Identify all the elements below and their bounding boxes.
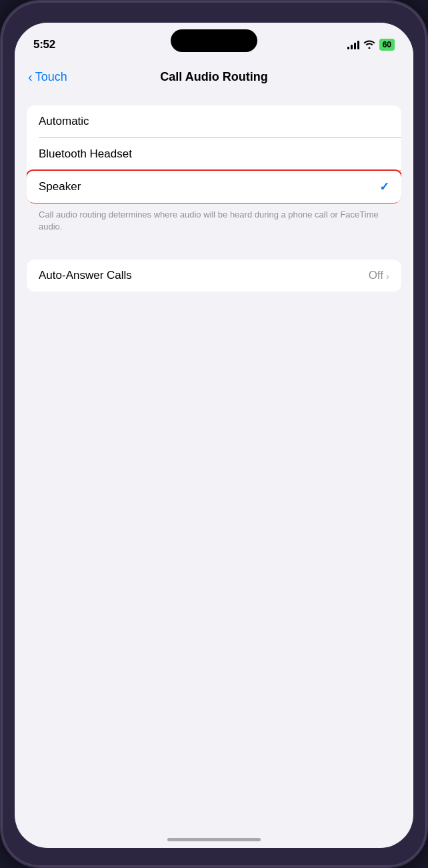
selected-indicator-border — [27, 169, 401, 203]
status-bar: 5:52 60 — [15, 23, 413, 59]
content-area: Automatic Bluetooth Headset Speaker ✓ Ca… — [15, 95, 413, 848]
nav-bar: ‹ Touch Call Audio Routing — [15, 59, 413, 95]
dynamic-island — [171, 29, 257, 52]
status-time: 5:52 — [33, 38, 55, 51]
routing-description: Call audio routing determines where audi… — [27, 203, 401, 241]
auto-answer-value: Off — [369, 269, 383, 282]
auto-answer-item[interactable]: Auto-Answer Calls Off › — [27, 260, 401, 292]
auto-answer-group: Auto-Answer Calls Off › — [27, 260, 401, 292]
chevron-right-icon: › — [386, 270, 389, 282]
automatic-label: Automatic — [39, 115, 89, 128]
routing-option-speaker[interactable]: Speaker ✓ — [27, 170, 401, 203]
auto-answer-label: Auto-Answer Calls — [39, 269, 132, 282]
bluetooth-label: Bluetooth Headset — [39, 147, 132, 161]
signal-icon — [347, 40, 359, 49]
volume-up-button[interactable] — [0, 195, 1, 248]
home-indicator[interactable] — [167, 838, 261, 841]
status-icons: 60 — [347, 39, 395, 51]
back-button[interactable]: ‹ Touch — [28, 70, 67, 84]
volume-down-button[interactable] — [0, 262, 1, 315]
speaker-label: Speaker — [39, 180, 81, 193]
routing-options-group: Automatic Bluetooth Headset Speaker ✓ — [27, 105, 401, 203]
back-chevron-icon: ‹ — [28, 70, 33, 83]
back-label: Touch — [35, 70, 67, 84]
routing-option-bluetooth[interactable]: Bluetooth Headset — [27, 138, 401, 170]
routing-option-automatic[interactable]: Automatic — [27, 105, 401, 137]
auto-answer-value-group: Off › — [369, 269, 389, 282]
page-title: Call Audio Routing — [160, 70, 267, 84]
checkmark-icon: ✓ — [379, 179, 389, 194]
wifi-icon — [363, 39, 375, 51]
battery-icon: 60 — [379, 39, 395, 51]
screen: 5:52 60 — [15, 23, 413, 848]
phone-frame: 5:52 60 — [0, 0, 428, 868]
